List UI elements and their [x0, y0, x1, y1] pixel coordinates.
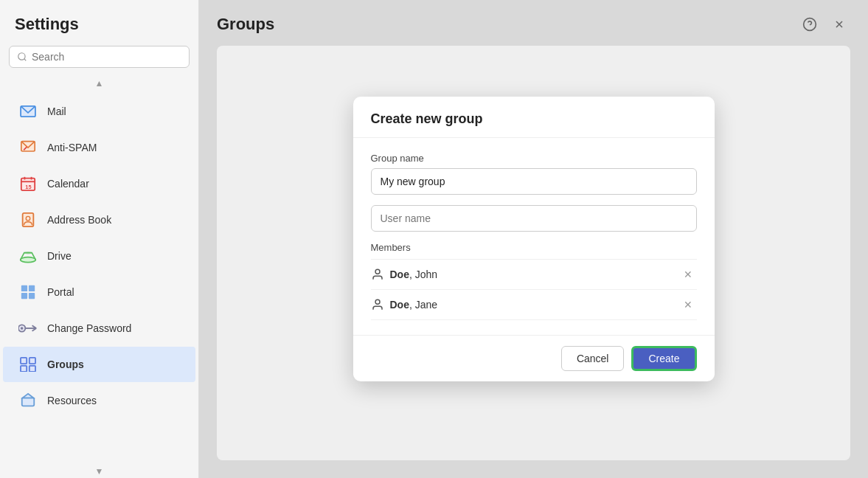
search-icon	[17, 52, 27, 62]
dialog-footer: Cancel Create	[353, 335, 715, 381]
changepw-icon	[18, 318, 38, 339]
sidebar-item-groups[interactable]: Groups	[3, 347, 195, 382]
svg-point-35	[375, 299, 380, 304]
sidebar-item-addressbook[interactable]: Address Book	[3, 202, 195, 238]
member-name: Doe, Jane	[390, 299, 438, 311]
sidebar-item-label: Portal	[47, 286, 74, 298]
svg-point-14	[24, 252, 32, 254]
sidebar-item-label: Anti-SPAM	[47, 142, 97, 153]
main-content: Groups Create new group	[199, 0, 868, 478]
sidebar-item-label: Address Book	[47, 214, 111, 226]
svg-rect-24	[21, 358, 27, 364]
sidebar-item-changepassword[interactable]: Change Password	[3, 311, 195, 346]
sidebar-item-label: Mail	[47, 105, 66, 117]
groups-icon	[18, 354, 38, 375]
create-group-dialog: Create new group Group name Members	[353, 97, 715, 381]
sidebar-item-label: Drive	[47, 250, 72, 262]
search-input[interactable]	[32, 51, 181, 63]
sidebar-item-antispam[interactable]: Anti-SPAM	[3, 130, 195, 165]
group-name-label: Group name	[371, 153, 697, 164]
modal-backdrop: Create new group Group name Members	[199, 0, 868, 478]
sidebar-item-calendar[interactable]: 15 Calendar	[3, 166, 195, 201]
cancel-button[interactable]: Cancel	[561, 346, 625, 371]
dialog-title: Create new group	[371, 111, 697, 127]
search-bar[interactable]	[9, 46, 190, 68]
addressbook-icon	[18, 209, 38, 230]
svg-text:15: 15	[25, 184, 31, 190]
svg-rect-16	[29, 285, 35, 291]
calendar-icon: 15	[18, 173, 38, 194]
sidebar-item-mail[interactable]: Mail	[3, 94, 195, 129]
sidebar: Settings ▲ Mail	[0, 0, 199, 478]
svg-rect-18	[29, 293, 35, 299]
scroll-down-arrow: ▼	[0, 465, 198, 478]
member-list: Doe, John ✕ Doe, J	[371, 259, 697, 320]
dialog-header: Create new group	[353, 97, 715, 138]
drive-icon	[18, 246, 38, 266]
member-left: Doe, John	[371, 268, 438, 281]
sidebar-item-portal[interactable]: Portal	[3, 274, 195, 310]
svg-point-20	[21, 327, 24, 330]
svg-rect-15	[21, 285, 27, 291]
svg-line-1	[24, 59, 27, 61]
person-icon	[371, 298, 384, 311]
username-input[interactable]	[371, 205, 697, 232]
person-icon	[371, 268, 384, 281]
svg-point-13	[21, 257, 36, 263]
group-name-input[interactable]	[371, 168, 697, 195]
sidebar-item-label: Change Password	[47, 322, 131, 334]
portal-icon	[18, 282, 38, 302]
sidebar-nav: Mail Anti-SPAM 1	[0, 90, 198, 465]
svg-rect-26	[21, 366, 27, 372]
svg-point-34	[375, 269, 380, 274]
mail-icon	[18, 101, 38, 122]
member-lastname: Doe	[390, 269, 409, 280]
svg-rect-28	[22, 398, 35, 406]
member-left: Doe, Jane	[371, 298, 438, 311]
sidebar-item-label: Resources	[47, 395, 97, 406]
sidebar-item-drive[interactable]: Drive	[3, 238, 195, 274]
svg-rect-27	[29, 366, 35, 372]
members-label: Members	[371, 242, 697, 253]
member-item: Doe, Jane ✕	[371, 290, 697, 320]
remove-member-button[interactable]: ✕	[679, 267, 697, 282]
sidebar-item-resources[interactable]: Resources	[3, 383, 195, 418]
dialog-body: Group name Members Doe, John	[353, 138, 715, 335]
create-button[interactable]: Create	[631, 346, 696, 371]
svg-rect-17	[21, 293, 27, 299]
svg-point-0	[18, 53, 25, 60]
remove-member-button[interactable]: ✕	[679, 297, 697, 312]
sidebar-title: Settings	[0, 0, 198, 46]
sidebar-item-label: Calendar	[47, 178, 89, 190]
scroll-up-arrow: ▲	[0, 77, 198, 90]
member-name: Doe, John	[390, 269, 438, 280]
member-lastname: Doe	[390, 299, 409, 311]
svg-rect-25	[29, 358, 35, 364]
sidebar-item-label: Groups	[47, 358, 84, 370]
member-item: Doe, John ✕	[371, 260, 697, 290]
resources-icon	[18, 390, 38, 411]
antispam-icon	[18, 137, 38, 158]
svg-marker-29	[23, 394, 34, 398]
